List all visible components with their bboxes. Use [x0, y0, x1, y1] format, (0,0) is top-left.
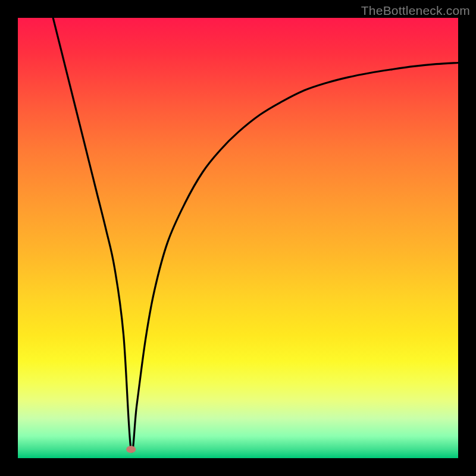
- chart-stage: TheBottleneck.com: [0, 0, 476, 476]
- minimum-marker: [126, 446, 136, 453]
- plot-area: [18, 18, 458, 458]
- curve-svg: [18, 18, 458, 458]
- watermark-text: TheBottleneck.com: [361, 4, 470, 18]
- bottleneck-curve: [53, 18, 458, 452]
